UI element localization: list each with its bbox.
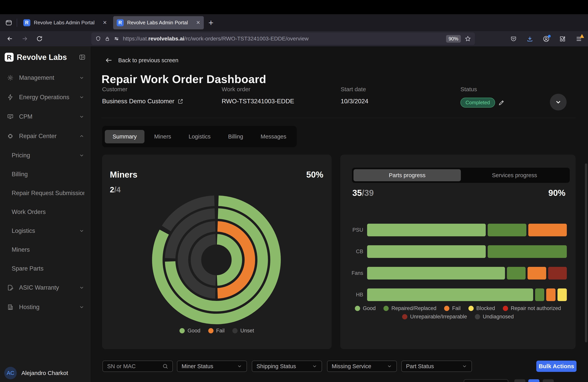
page-scrollbar-thumb[interactable] bbox=[585, 163, 587, 342]
external-link-icon[interactable] bbox=[178, 98, 183, 104]
filter-dropdown-missing-service[interactable]: Missing Service bbox=[327, 361, 397, 372]
tracking-shield-icon[interactable] bbox=[95, 36, 101, 42]
page-size-select[interactable] bbox=[464, 379, 508, 382]
back-to-previous-link[interactable]: Back to previous screen bbox=[105, 56, 178, 64]
parts-progress-card: Parts progress Services progress 35/39 9… bbox=[340, 155, 576, 349]
pagination-prev-button[interactable] bbox=[514, 379, 525, 382]
tab-messages[interactable]: Messages bbox=[253, 130, 294, 143]
menu-hamburger-icon[interactable] bbox=[574, 34, 583, 43]
lock-icon[interactable] bbox=[105, 36, 110, 42]
legend-dot-unrepairable bbox=[402, 314, 407, 319]
sidebar-item-asic-warranty[interactable]: ASIC Warranty bbox=[0, 278, 90, 297]
account-icon[interactable] bbox=[542, 34, 551, 43]
browser-tab-1[interactable]: RRevolve Labs Admin Portal✕ bbox=[20, 16, 110, 29]
new-tab-button[interactable]: + bbox=[207, 18, 215, 27]
progress-toggle: Parts progress Services progress bbox=[352, 168, 570, 183]
pagination-next-button[interactable] bbox=[543, 379, 554, 382]
legend-dot-undiagnosed bbox=[475, 314, 480, 319]
tab-billing[interactable]: Billing bbox=[220, 130, 251, 143]
bar-segment-good bbox=[367, 245, 486, 258]
parts-bar-row-hb: HB bbox=[344, 288, 568, 301]
legend-dot-fail bbox=[444, 306, 449, 311]
sidebar-item-repair-request-submissions[interactable]: Repair Request Submissions bbox=[0, 184, 90, 202]
sidebar-item-work-orders[interactable]: Work Orders bbox=[0, 202, 90, 221]
edit-pencil-icon[interactable] bbox=[498, 99, 505, 106]
customer-link[interactable]: Business Demo Customer bbox=[102, 98, 174, 105]
forward-button[interactable] bbox=[20, 34, 30, 43]
sidebar-item-repair-center[interactable]: Repair Center bbox=[0, 127, 90, 146]
legend-label: Good bbox=[188, 328, 200, 334]
sidebar-item-label: Logistics bbox=[12, 227, 79, 234]
parts-percent: 90% bbox=[548, 188, 566, 198]
pocket-icon[interactable] bbox=[509, 34, 518, 43]
back-button[interactable] bbox=[5, 34, 15, 43]
sidebar-item-pricing[interactable]: Pricing bbox=[0, 146, 90, 165]
chevron-down-icon bbox=[79, 228, 84, 233]
tab-summary[interactable]: Summary bbox=[105, 130, 145, 143]
filter-dropdown-miner-status[interactable]: Miner Status bbox=[177, 361, 247, 372]
chip-icon bbox=[7, 133, 15, 139]
pagination-page-1-button[interactable] bbox=[528, 379, 539, 382]
chevron-down-icon bbox=[79, 95, 84, 100]
firefox-view-button[interactable] bbox=[4, 18, 13, 27]
legend-label: Good bbox=[363, 305, 376, 311]
filter-dropdown-shipping-status[interactable]: Shipping Status bbox=[252, 361, 322, 372]
chevron-down-icon bbox=[387, 363, 392, 369]
browser-tab-bar: RRevolve Labs Admin Portal✕RRevolve Labs… bbox=[0, 14, 588, 31]
bar-segment-blocked bbox=[557, 288, 567, 301]
firefox-view-icon bbox=[5, 19, 12, 26]
collapse-header-button[interactable] bbox=[550, 94, 567, 110]
zoom-level-badge[interactable]: 90% bbox=[446, 35, 461, 42]
search-placeholder: SN or MAC bbox=[107, 363, 136, 370]
bar-label: PSU bbox=[344, 227, 363, 233]
permissions-icon[interactable] bbox=[114, 36, 119, 42]
field-status: Status Completed bbox=[461, 86, 505, 107]
legend-dot-repaired bbox=[383, 306, 389, 311]
extensions-puzzle-icon[interactable] bbox=[558, 34, 567, 43]
sidebar-item-cpm[interactable]: CPM bbox=[0, 107, 90, 127]
sidebar-item-label: Repair Request Submissions bbox=[12, 190, 84, 197]
dropdown-value: Part Status bbox=[406, 363, 434, 370]
field-work-order: Work order RWO-TST3241003-EDDE bbox=[222, 86, 294, 105]
tab-close-icon[interactable]: ✕ bbox=[103, 20, 107, 26]
legend-label: Unrepairable/Irreparable bbox=[410, 314, 467, 320]
tab-miners[interactable]: Miners bbox=[147, 130, 179, 143]
sidebar-item-label: Miners bbox=[12, 246, 84, 253]
sidebar-item-hosting[interactable]: Hosting bbox=[0, 297, 90, 317]
legend-item-good: Good bbox=[355, 305, 376, 311]
filter-dropdown-part-status[interactable]: Part Status bbox=[401, 361, 472, 372]
bulk-actions-button[interactable]: Bulk Actions bbox=[536, 361, 577, 372]
sidebar-item-billing[interactable]: Billing bbox=[0, 165, 90, 184]
sidebar-item-label: Spare Parts bbox=[12, 265, 84, 272]
toggle-services-progress[interactable]: Services progress bbox=[461, 169, 568, 181]
downloads-icon[interactable] bbox=[525, 34, 534, 43]
dropdown-value: Missing Service bbox=[332, 363, 371, 370]
sidebar-item-logistics[interactable]: Logistics bbox=[0, 221, 90, 240]
chevron-down-icon bbox=[462, 363, 467, 369]
bookmark-star-icon[interactable] bbox=[465, 36, 471, 42]
sidebar-collapse-icon[interactable] bbox=[79, 54, 85, 61]
parts-count: 35/39 bbox=[352, 188, 374, 198]
sidebar-item-spare-parts[interactable]: Spare Parts bbox=[0, 259, 90, 278]
browser-tab-2[interactable]: RRevolve Labs Admin Portal✕ bbox=[113, 16, 204, 29]
sidebar-item-label: Hosting bbox=[19, 304, 79, 311]
toggle-parts-progress[interactable]: Parts progress bbox=[354, 169, 461, 181]
legend-label: Repaired/Replaced bbox=[391, 305, 436, 311]
tab-close-icon[interactable]: ✕ bbox=[196, 20, 200, 26]
reload-button[interactable] bbox=[35, 34, 44, 43]
dropdown-value: Shipping Status bbox=[256, 363, 296, 370]
page-title: Repair Work Order Dashboard bbox=[102, 73, 266, 85]
tab-logistics[interactable]: Logistics bbox=[181, 130, 218, 143]
bar-segment-repaired bbox=[507, 267, 525, 279]
url-bar[interactable]: https://uat.revolvelabs.ai/rc/work-order… bbox=[91, 32, 475, 45]
sidebar-item-miners[interactable]: Miners bbox=[0, 240, 90, 259]
search-input[interactable]: SN or MAC bbox=[103, 361, 173, 372]
sidebar-item-label: Management bbox=[19, 74, 79, 81]
url-text: https://uat.revolvelabs.ai/rc/work-order… bbox=[123, 36, 309, 42]
sidebar-item-energy-operations[interactable]: Energy Operations bbox=[0, 87, 90, 107]
sidebar-item-management[interactable]: Management bbox=[0, 68, 90, 87]
user-row[interactable]: AC Alejandro Charkot bbox=[0, 367, 90, 379]
site-favicon: R bbox=[117, 19, 124, 26]
donut-ring-4-segment-unset bbox=[196, 239, 216, 280]
search-icon bbox=[162, 363, 168, 369]
